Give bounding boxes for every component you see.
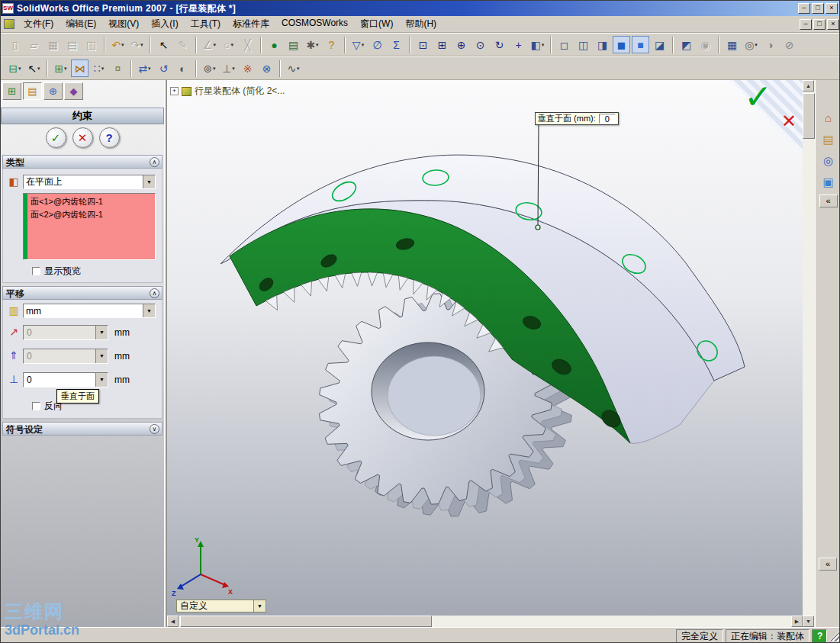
dropdown-arrow-icon[interactable]: ▼ [143, 175, 155, 188]
assembly-features-button[interactable]: ⊚▾ [201, 59, 218, 77]
selection-filter-button[interactable]: ▽▾ [349, 36, 367, 53]
graphics-viewport[interactable]: Y X Z + 行星装配体 (简化 2<... 垂直于面 (mm): 0 ✓ ✕… [167, 80, 803, 616]
confirm-ok-icon[interactable]: ✓ [744, 80, 772, 116]
options-dropdown-arrow-icon[interactable]: ▾ [316, 42, 319, 48]
minimize-button[interactable]: – [798, 3, 810, 14]
show-hidden-components-button[interactable]: ◐ [174, 59, 191, 77]
menu-cosmosworks[interactable]: COSMOSWorks [275, 16, 354, 32]
hidden-lines-removed-button[interactable]: ◨ [594, 36, 611, 53]
insert-component-button[interactable]: ⊞▾ [52, 59, 69, 77]
simulation-button[interactable]: ∿▾ [285, 59, 302, 77]
zoom-to-area-button[interactable]: ⊞ [433, 36, 451, 53]
menu-standard-parts[interactable]: 标准件库 [227, 16, 275, 32]
normal-distance-value[interactable]: 0 [24, 375, 95, 385]
design-library-tab[interactable]: ▤ [819, 130, 838, 149]
smart-fasteners-button[interactable]: ¤ [109, 59, 127, 77]
quick-tips-help-button[interactable]: ? [812, 629, 827, 643]
selection-filter-dropdown-arrow-icon[interactable]: ▾ [362, 42, 365, 48]
scroll-down-icon[interactable]: ▼ [803, 616, 814, 627]
dropdown-arrow-icon[interactable]: ▼ [95, 373, 108, 387]
menu-insert[interactable]: 插入(I) [145, 16, 184, 32]
move-component-button[interactable]: ⇄▾ [136, 59, 153, 77]
mate-button[interactable]: ⋈ [71, 59, 89, 77]
interference-detection-button[interactable]: ⊗ [258, 59, 275, 77]
chevron-up-icon[interactable]: ∧ [150, 288, 159, 298]
help-button[interactable]: ? [99, 127, 120, 148]
shaded-button[interactable]: ■ [632, 36, 649, 53]
cancel-button[interactable]: ✕ [72, 127, 93, 148]
assembly-tree-label[interactable]: 行星装配体 (简化 2<... [195, 85, 285, 98]
zoom-to-selection-button[interactable]: ⊙ [471, 36, 489, 53]
tree-expander-icon[interactable]: + [170, 87, 179, 95]
chevron-up-icon[interactable]: ∧ [150, 157, 159, 167]
mate-selections-listbox[interactable]: 面<1>@内齿轮四-1面<2>@内齿轮四-1 [23, 193, 156, 260]
propertymanager-tab[interactable]: ▤ [23, 82, 42, 100]
task-pane-collapse-bottom-button[interactable]: « [819, 558, 837, 571]
toggle-display-button[interactable]: ⊘ [780, 36, 798, 53]
scroll-right-icon[interactable]: ▶ [791, 616, 803, 627]
featuremanager-flyout-dropdown-arrow-icon[interactable]: ▾ [18, 66, 21, 72]
linear-component-pattern-button[interactable]: ∷▾ [90, 59, 108, 77]
view-orientation-combo[interactable]: 自定义 ▼ [176, 600, 266, 612]
confirm-cancel-icon[interactable]: ✕ [781, 111, 797, 132]
symbol-section-header[interactable]: 符号设定 ∨ [2, 422, 163, 436]
reference-geometry-button[interactable]: ⊥▾ [220, 59, 237, 77]
menu-edit[interactable]: 编辑(E) [60, 16, 102, 32]
dropdown-arrow-icon[interactable]: ▼ [253, 600, 266, 612]
restore-button[interactable]: □ [812, 3, 824, 14]
type-section-header[interactable]: 类型 ∧ [2, 155, 163, 169]
simulation-dropdown-arrow-icon[interactable]: ▾ [297, 66, 300, 72]
featuremanager-tab[interactable]: ⊞ [2, 82, 21, 100]
insert-component-dropdown-arrow-icon[interactable]: ▾ [64, 66, 67, 72]
reference-geometry-dropdown-arrow-icon[interactable]: ▾ [232, 66, 235, 72]
feature-tree-flyout[interactable]: + 行星装配体 (简化 2<... [170, 85, 285, 98]
menu-file[interactable]: 文件(F) [18, 16, 60, 32]
scroll-up-icon[interactable]: ▲ [803, 80, 814, 92]
section-view-button[interactable]: ◩ [677, 36, 695, 53]
document-icon[interactable] [4, 19, 14, 29]
menu-tools[interactable]: 工具(T) [185, 16, 227, 32]
scroll-left-icon[interactable]: ◀ [167, 616, 179, 627]
document-restore-button[interactable]: □ [813, 19, 826, 30]
redo-dropdown-arrow-icon[interactable]: ▾ [140, 42, 143, 48]
linear-component-pattern-dropdown-arrow-icon[interactable]: ▾ [101, 66, 105, 72]
standard-views-button[interactable]: ◧▾ [529, 36, 546, 53]
callout-value[interactable]: 0 [599, 114, 616, 124]
close-button[interactable]: × [826, 3, 838, 14]
file-explorer-tab[interactable]: ◎ [819, 151, 838, 170]
select-flyout-dropdown-arrow-icon[interactable]: ▾ [37, 66, 40, 72]
featuremanager-flyout-button[interactable]: ⊟▾ [6, 59, 24, 77]
resize-grip[interactable] [829, 631, 840, 641]
show-preview-checkbox[interactable] [32, 267, 40, 275]
solidworks-resources-tab[interactable]: ⌂ [819, 108, 838, 127]
dimxpert-tab[interactable]: ◆ [64, 82, 83, 100]
options-button[interactable]: ✱▾ [304, 36, 321, 53]
reverse-checkbox[interactable] [32, 402, 40, 410]
document-close-button[interactable]: × [827, 19, 839, 30]
rebuild-button[interactable]: ● [266, 36, 283, 53]
rotate-component-button[interactable]: ↺ [155, 59, 172, 77]
menu-help[interactable]: 帮助(H) [399, 16, 443, 32]
exploded-view-button[interactable]: ※ [239, 59, 256, 77]
units-select[interactable]: mm ▼ [23, 304, 156, 318]
zoom-in-out-button[interactable]: ⊕ [452, 36, 470, 53]
file-properties-button[interactable]: ▤ [285, 36, 302, 53]
shadows-in-shaded-mode-button[interactable]: ◪ [651, 36, 668, 53]
normal-distance-field[interactable]: 0 ▼ [23, 372, 108, 387]
shaded-with-edges-button[interactable]: ◼ [613, 36, 630, 53]
rotate-view-button[interactable]: ↻ [491, 36, 508, 53]
vertical-scroll-thumb[interactable] [803, 93, 815, 139]
selection-list-item[interactable]: 面<2>@内齿轮四-1 [27, 208, 155, 221]
translate-section-header[interactable]: 平移 ∧ [2, 286, 163, 300]
dropdown-arrow-icon[interactable]: ▼ [143, 304, 155, 317]
move-component-dropdown-arrow-icon[interactable]: ▾ [148, 66, 151, 72]
edit-color-button[interactable]: ◑ [761, 36, 779, 53]
measure-button[interactable]: ∅ [369, 36, 386, 53]
view-palette-tab[interactable]: ▣ [819, 172, 838, 191]
undo-dropdown-arrow-icon[interactable]: ▾ [121, 42, 124, 48]
menu-window[interactable]: 窗口(W) [354, 16, 399, 32]
horizontal-scrollbar[interactable]: ◀ ▶ [167, 616, 803, 627]
mass-properties-button[interactable]: Σ [388, 36, 405, 53]
view-orientation-button[interactable]: ▦ [723, 36, 741, 53]
ok-button[interactable]: ✓ [46, 127, 66, 148]
